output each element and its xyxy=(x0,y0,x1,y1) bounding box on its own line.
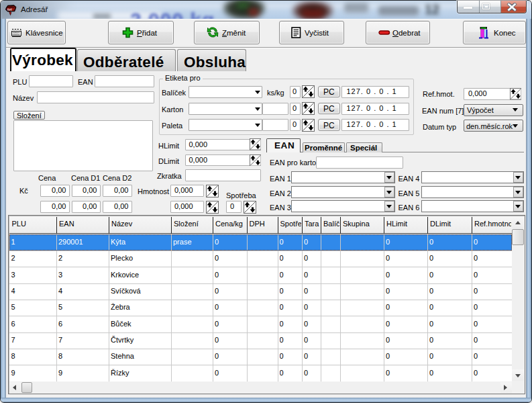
svg-text:tvi: tvi xyxy=(7,7,12,11)
